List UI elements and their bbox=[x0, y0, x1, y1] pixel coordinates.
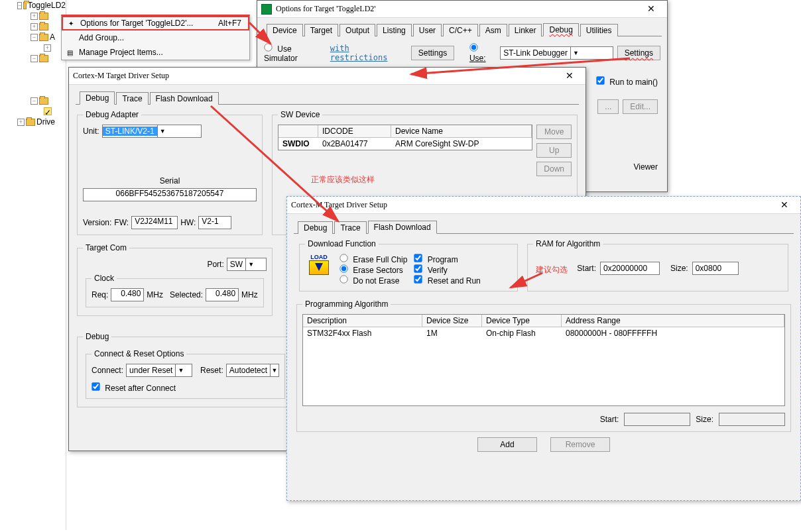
options-tabs: Device Target Output Listing User C/C++ … bbox=[263, 22, 662, 36]
chevron-down-icon: ▼ bbox=[270, 364, 278, 376]
viewer-label: Viewer bbox=[634, 162, 658, 172]
port-dropdown[interactable]: SW▼ bbox=[227, 258, 267, 271]
ellipsis-button[interactable]: ... bbox=[597, 99, 619, 114]
debugger-dropdown[interactable]: ST-Link Debugger▼ bbox=[500, 46, 613, 60]
remove-button[interactable]: Remove bbox=[550, 437, 610, 452]
tab-listing[interactable]: Listing bbox=[377, 24, 412, 36]
folder-icon bbox=[39, 34, 48, 41]
tree-expand-icon[interactable]: + bbox=[31, 13, 38, 20]
ram-start-label: Start: bbox=[577, 264, 596, 273]
erase-full-radio[interactable]: Erase Full Chip bbox=[339, 254, 407, 264]
project-context-menu: ✦ Options for Target 'ToggleLD2'... Alt+… bbox=[61, 15, 250, 60]
ctx-manage-project-items[interactable]: ▤ Manage Project Items... bbox=[62, 45, 249, 60]
tab-debug[interactable]: Debug bbox=[80, 91, 115, 105]
close-icon[interactable]: ✕ bbox=[639, 3, 663, 16]
unit-dropdown[interactable]: ST-LINK/V2-1▼ bbox=[102, 125, 202, 138]
tree-collapse-icon[interactable]: − bbox=[31, 97, 38, 105]
tab-target[interactable]: Target bbox=[304, 24, 338, 36]
req-field[interactable]: 0.480 bbox=[111, 288, 144, 301]
erase-sectors-radio[interactable]: Erase Sectors bbox=[339, 264, 407, 275]
tab-asm[interactable]: Asm bbox=[479, 24, 507, 36]
tab-debug[interactable]: Debug bbox=[298, 221, 333, 234]
dialog-title: Cortex-M Target Driver Setup bbox=[291, 200, 769, 210]
selected-label: Selected: bbox=[170, 290, 203, 299]
port-label: Port: bbox=[207, 260, 223, 269]
ram-for-algorithm-group: RAM for Algorithm Start: Size: bbox=[527, 239, 788, 292]
run-to-main-checkbox[interactable]: Run to main() bbox=[596, 78, 658, 87]
use-simulator-radio[interactable]: Use Simulator bbox=[264, 43, 321, 63]
version-label: Version: bbox=[83, 218, 111, 227]
tree-drivers-label[interactable]: Drive bbox=[36, 117, 55, 127]
use-debugger-radio[interactable]: Use: bbox=[469, 43, 496, 63]
up-button[interactable]: Up bbox=[536, 143, 572, 158]
tab-ccpp[interactable]: C/C++ bbox=[443, 24, 478, 36]
ctx-add-group[interactable]: Add Group... bbox=[62, 30, 249, 45]
tab-flash-download[interactable]: Flash Download bbox=[368, 221, 437, 234]
tab-debug[interactable]: Debug bbox=[543, 23, 578, 36]
tree-root-label[interactable]: ToggleLD2 bbox=[28, 1, 66, 10]
hw-field: V2-1 bbox=[198, 216, 231, 229]
connect-label: Connect: bbox=[92, 366, 123, 375]
tree-collapse-icon[interactable]: − bbox=[17, 2, 22, 9]
programming-algorithm-group: Programming Algorithm Description Device… bbox=[296, 299, 791, 432]
tab-output[interactable]: Output bbox=[339, 24, 375, 36]
do-not-erase-radio[interactable]: Do not Erase bbox=[339, 275, 407, 286]
hw-label: HW: bbox=[180, 218, 196, 227]
tree-expand-icon[interactable]: + bbox=[31, 23, 38, 30]
add-button[interactable]: Add bbox=[477, 437, 537, 452]
tab-user[interactable]: User bbox=[413, 24, 442, 36]
idcode-value: 0x2BA01477 bbox=[318, 138, 391, 150]
chevron-down-icon: ▼ bbox=[570, 47, 581, 59]
chevron-down-icon: ▼ bbox=[245, 258, 256, 270]
dialog-title: Options for Target 'ToggleLD2' bbox=[276, 4, 635, 14]
project-tree: −ToggleLD2 + + −A + − − ✓ +Drive bbox=[0, 0, 66, 530]
sim-settings-button[interactable]: Settings bbox=[411, 46, 454, 60]
close-icon[interactable]: ✕ bbox=[772, 199, 796, 212]
ram-start-field[interactable] bbox=[600, 262, 660, 275]
algorithm-table[interactable]: Description Device Size Device Type Addr… bbox=[302, 314, 785, 406]
fw-label: FW: bbox=[114, 218, 129, 227]
folder-icon bbox=[39, 55, 48, 62]
table-row[interactable]: STM32F4xx Flash 1M On-chip Flash 0800000… bbox=[303, 327, 784, 339]
ctx-label: Add Group... bbox=[79, 33, 124, 42]
tab-linker[interactable]: Linker bbox=[509, 24, 542, 36]
debugger-settings-button[interactable]: Settings bbox=[617, 46, 660, 60]
tab-trace[interactable]: Trace bbox=[334, 221, 366, 234]
reset-and-run-checkbox[interactable]: Reset and Run bbox=[414, 275, 480, 286]
tree-expand-icon[interactable]: + bbox=[17, 119, 25, 126]
verify-checkbox[interactable]: Verify bbox=[414, 264, 480, 275]
program-checkbox[interactable]: Program bbox=[414, 254, 480, 264]
connect-dropdown[interactable]: under Reset▼ bbox=[126, 364, 192, 377]
tab-device[interactable]: Device bbox=[267, 24, 303, 36]
ctx-options-for-target[interactable]: ✦ Options for Target 'ToggleLD2'... Alt+… bbox=[62, 16, 249, 30]
idcode-header: IDCODE bbox=[318, 125, 391, 137]
tab-flash-download[interactable]: Flash Download bbox=[150, 92, 219, 105]
move-button[interactable]: Move bbox=[536, 125, 572, 139]
alg-size-label: Size: bbox=[696, 415, 713, 424]
tree-expand-icon[interactable]: + bbox=[44, 44, 51, 52]
ctx-shortcut: Alt+F7 bbox=[218, 19, 241, 28]
down-button[interactable]: Down bbox=[536, 162, 572, 176]
tree-collapse-icon[interactable]: − bbox=[31, 34, 38, 41]
col-addr: Address Range bbox=[562, 315, 784, 327]
debug-options-group: Debug Connect & Reset Options Connect: u… bbox=[77, 332, 294, 407]
tab-trace[interactable]: Trace bbox=[116, 92, 148, 105]
tree-collapse-icon[interactable]: − bbox=[31, 55, 38, 62]
ctx-label: Options for Target 'ToggleLD2'... bbox=[80, 19, 193, 28]
ram-size-field[interactable] bbox=[692, 262, 739, 275]
target-com-group: Target Com Port: SW▼ Clock Req: 0.480 MH… bbox=[77, 243, 273, 316]
edit-button[interactable]: Edit... bbox=[623, 99, 658, 114]
tab-utilities[interactable]: Utilities bbox=[580, 24, 618, 36]
reset-dropdown[interactable]: Autodetect▼ bbox=[226, 364, 279, 377]
with-restrictions-link[interactable]: with restrictions bbox=[330, 44, 403, 62]
chevron-down-icon: ▼ bbox=[157, 125, 168, 137]
folder-icon bbox=[26, 119, 35, 126]
alg-size-field bbox=[719, 413, 785, 426]
reset-after-connect-checkbox[interactable]: Reset after Connect bbox=[92, 384, 176, 393]
close-icon[interactable]: ✕ bbox=[558, 70, 582, 83]
col-type: Device Type bbox=[482, 315, 562, 327]
col-description: Description bbox=[303, 315, 422, 327]
alg-start-field bbox=[624, 413, 690, 426]
serial-label: Serial bbox=[83, 176, 257, 186]
dialog-title: Cortex-M Target Driver Setup bbox=[73, 71, 554, 81]
